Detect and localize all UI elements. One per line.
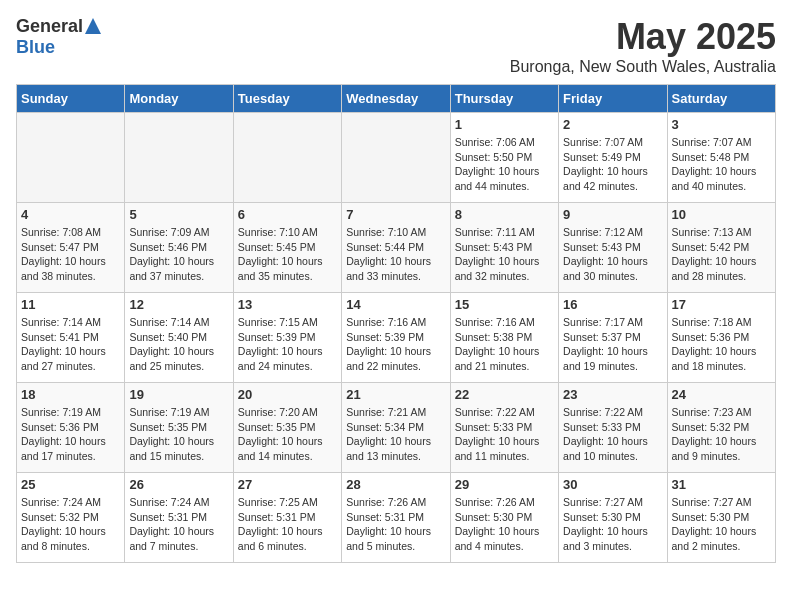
day-info: Sunrise: 7:10 AMSunset: 5:44 PMDaylight:… bbox=[346, 225, 445, 284]
day-number: 30 bbox=[563, 477, 662, 492]
col-wednesday: Wednesday bbox=[342, 85, 450, 113]
day-info: Sunrise: 7:27 AMSunset: 5:30 PMDaylight:… bbox=[672, 495, 771, 554]
day-info: Sunrise: 7:24 AMSunset: 5:31 PMDaylight:… bbox=[129, 495, 228, 554]
calendar-cell: 17Sunrise: 7:18 AMSunset: 5:36 PMDayligh… bbox=[667, 293, 775, 383]
day-info: Sunrise: 7:19 AMSunset: 5:36 PMDaylight:… bbox=[21, 405, 120, 464]
calendar-cell: 28Sunrise: 7:26 AMSunset: 5:31 PMDayligh… bbox=[342, 473, 450, 563]
day-number: 21 bbox=[346, 387, 445, 402]
day-info: Sunrise: 7:13 AMSunset: 5:42 PMDaylight:… bbox=[672, 225, 771, 284]
calendar-cell: 20Sunrise: 7:20 AMSunset: 5:35 PMDayligh… bbox=[233, 383, 341, 473]
calendar-cell: 16Sunrise: 7:17 AMSunset: 5:37 PMDayligh… bbox=[559, 293, 667, 383]
calendar-cell: 3Sunrise: 7:07 AMSunset: 5:48 PMDaylight… bbox=[667, 113, 775, 203]
calendar-cell: 14Sunrise: 7:16 AMSunset: 5:39 PMDayligh… bbox=[342, 293, 450, 383]
day-number: 16 bbox=[563, 297, 662, 312]
day-info: Sunrise: 7:17 AMSunset: 5:37 PMDaylight:… bbox=[563, 315, 662, 374]
calendar-cell: 6Sunrise: 7:10 AMSunset: 5:45 PMDaylight… bbox=[233, 203, 341, 293]
calendar-cell: 30Sunrise: 7:27 AMSunset: 5:30 PMDayligh… bbox=[559, 473, 667, 563]
calendar-cell: 18Sunrise: 7:19 AMSunset: 5:36 PMDayligh… bbox=[17, 383, 125, 473]
day-info: Sunrise: 7:07 AMSunset: 5:48 PMDaylight:… bbox=[672, 135, 771, 194]
day-info: Sunrise: 7:27 AMSunset: 5:30 PMDaylight:… bbox=[563, 495, 662, 554]
day-number: 4 bbox=[21, 207, 120, 222]
day-info: Sunrise: 7:14 AMSunset: 5:41 PMDaylight:… bbox=[21, 315, 120, 374]
day-info: Sunrise: 7:16 AMSunset: 5:39 PMDaylight:… bbox=[346, 315, 445, 374]
day-info: Sunrise: 7:11 AMSunset: 5:43 PMDaylight:… bbox=[455, 225, 554, 284]
logo-blue-text: Blue bbox=[16, 37, 55, 57]
calendar-cell: 7Sunrise: 7:10 AMSunset: 5:44 PMDaylight… bbox=[342, 203, 450, 293]
day-info: Sunrise: 7:12 AMSunset: 5:43 PMDaylight:… bbox=[563, 225, 662, 284]
day-info: Sunrise: 7:24 AMSunset: 5:32 PMDaylight:… bbox=[21, 495, 120, 554]
day-number: 10 bbox=[672, 207, 771, 222]
calendar-cell: 5Sunrise: 7:09 AMSunset: 5:46 PMDaylight… bbox=[125, 203, 233, 293]
day-number: 11 bbox=[21, 297, 120, 312]
day-number: 15 bbox=[455, 297, 554, 312]
week-row-1: 1Sunrise: 7:06 AMSunset: 5:50 PMDaylight… bbox=[17, 113, 776, 203]
day-number: 22 bbox=[455, 387, 554, 402]
day-number: 29 bbox=[455, 477, 554, 492]
day-number: 26 bbox=[129, 477, 228, 492]
logo: General Blue bbox=[16, 16, 101, 58]
col-monday: Monday bbox=[125, 85, 233, 113]
calendar-cell bbox=[233, 113, 341, 203]
calendar-cell: 15Sunrise: 7:16 AMSunset: 5:38 PMDayligh… bbox=[450, 293, 558, 383]
page-header: General Blue May 2025 Buronga, New South… bbox=[16, 16, 776, 76]
calendar-cell: 12Sunrise: 7:14 AMSunset: 5:40 PMDayligh… bbox=[125, 293, 233, 383]
day-info: Sunrise: 7:19 AMSunset: 5:35 PMDaylight:… bbox=[129, 405, 228, 464]
day-number: 3 bbox=[672, 117, 771, 132]
calendar-cell: 4Sunrise: 7:08 AMSunset: 5:47 PMDaylight… bbox=[17, 203, 125, 293]
day-number: 18 bbox=[21, 387, 120, 402]
day-number: 5 bbox=[129, 207, 228, 222]
day-number: 6 bbox=[238, 207, 337, 222]
day-number: 25 bbox=[21, 477, 120, 492]
day-number: 9 bbox=[563, 207, 662, 222]
calendar-cell bbox=[17, 113, 125, 203]
col-thursday: Thursday bbox=[450, 85, 558, 113]
calendar-table: Sunday Monday Tuesday Wednesday Thursday… bbox=[16, 84, 776, 563]
calendar-cell: 11Sunrise: 7:14 AMSunset: 5:41 PMDayligh… bbox=[17, 293, 125, 383]
day-number: 20 bbox=[238, 387, 337, 402]
day-number: 28 bbox=[346, 477, 445, 492]
day-info: Sunrise: 7:08 AMSunset: 5:47 PMDaylight:… bbox=[21, 225, 120, 284]
day-info: Sunrise: 7:25 AMSunset: 5:31 PMDaylight:… bbox=[238, 495, 337, 554]
day-number: 12 bbox=[129, 297, 228, 312]
col-saturday: Saturday bbox=[667, 85, 775, 113]
calendar-cell: 8Sunrise: 7:11 AMSunset: 5:43 PMDaylight… bbox=[450, 203, 558, 293]
calendar-cell: 10Sunrise: 7:13 AMSunset: 5:42 PMDayligh… bbox=[667, 203, 775, 293]
col-friday: Friday bbox=[559, 85, 667, 113]
day-info: Sunrise: 7:14 AMSunset: 5:40 PMDaylight:… bbox=[129, 315, 228, 374]
calendar-cell: 31Sunrise: 7:27 AMSunset: 5:30 PMDayligh… bbox=[667, 473, 775, 563]
week-row-2: 4Sunrise: 7:08 AMSunset: 5:47 PMDaylight… bbox=[17, 203, 776, 293]
calendar-cell: 1Sunrise: 7:06 AMSunset: 5:50 PMDaylight… bbox=[450, 113, 558, 203]
day-info: Sunrise: 7:22 AMSunset: 5:33 PMDaylight:… bbox=[455, 405, 554, 464]
calendar-cell: 22Sunrise: 7:22 AMSunset: 5:33 PMDayligh… bbox=[450, 383, 558, 473]
calendar-cell: 21Sunrise: 7:21 AMSunset: 5:34 PMDayligh… bbox=[342, 383, 450, 473]
calendar-cell bbox=[125, 113, 233, 203]
calendar-cell: 9Sunrise: 7:12 AMSunset: 5:43 PMDaylight… bbox=[559, 203, 667, 293]
day-number: 24 bbox=[672, 387, 771, 402]
day-info: Sunrise: 7:22 AMSunset: 5:33 PMDaylight:… bbox=[563, 405, 662, 464]
svg-marker-0 bbox=[85, 18, 101, 34]
logo-general-text: General bbox=[16, 16, 83, 37]
header-row: Sunday Monday Tuesday Wednesday Thursday… bbox=[17, 85, 776, 113]
calendar-cell: 2Sunrise: 7:07 AMSunset: 5:49 PMDaylight… bbox=[559, 113, 667, 203]
calendar-cell: 19Sunrise: 7:19 AMSunset: 5:35 PMDayligh… bbox=[125, 383, 233, 473]
day-number: 2 bbox=[563, 117, 662, 132]
logo-icon bbox=[85, 18, 101, 34]
calendar-cell: 29Sunrise: 7:26 AMSunset: 5:30 PMDayligh… bbox=[450, 473, 558, 563]
calendar-cell: 13Sunrise: 7:15 AMSunset: 5:39 PMDayligh… bbox=[233, 293, 341, 383]
day-info: Sunrise: 7:26 AMSunset: 5:30 PMDaylight:… bbox=[455, 495, 554, 554]
day-info: Sunrise: 7:20 AMSunset: 5:35 PMDaylight:… bbox=[238, 405, 337, 464]
title-section: May 2025 Buronga, New South Wales, Austr… bbox=[510, 16, 776, 76]
day-info: Sunrise: 7:26 AMSunset: 5:31 PMDaylight:… bbox=[346, 495, 445, 554]
calendar-cell bbox=[342, 113, 450, 203]
day-number: 7 bbox=[346, 207, 445, 222]
day-number: 8 bbox=[455, 207, 554, 222]
day-info: Sunrise: 7:07 AMSunset: 5:49 PMDaylight:… bbox=[563, 135, 662, 194]
calendar-cell: 25Sunrise: 7:24 AMSunset: 5:32 PMDayligh… bbox=[17, 473, 125, 563]
day-info: Sunrise: 7:23 AMSunset: 5:32 PMDaylight:… bbox=[672, 405, 771, 464]
day-info: Sunrise: 7:06 AMSunset: 5:50 PMDaylight:… bbox=[455, 135, 554, 194]
day-number: 27 bbox=[238, 477, 337, 492]
location-title: Buronga, New South Wales, Australia bbox=[510, 58, 776, 76]
week-row-3: 11Sunrise: 7:14 AMSunset: 5:41 PMDayligh… bbox=[17, 293, 776, 383]
week-row-5: 25Sunrise: 7:24 AMSunset: 5:32 PMDayligh… bbox=[17, 473, 776, 563]
day-info: Sunrise: 7:16 AMSunset: 5:38 PMDaylight:… bbox=[455, 315, 554, 374]
